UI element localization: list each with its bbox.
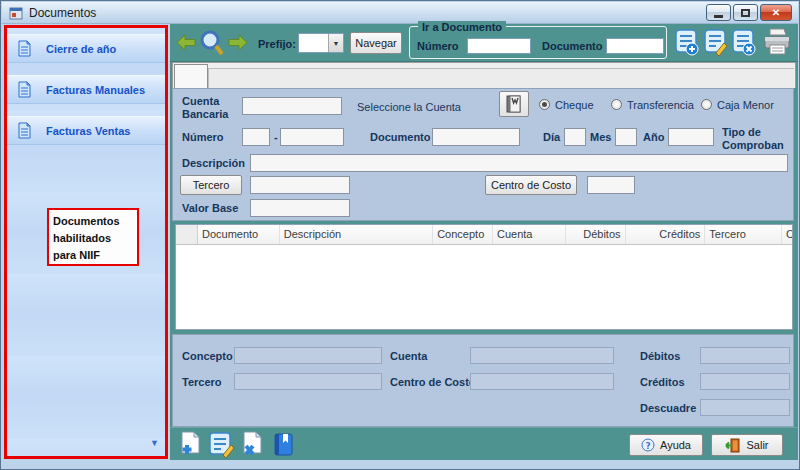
close-button[interactable]: ✕: [760, 4, 792, 21]
totals-creditos-label: Créditos: [640, 376, 685, 388]
sidebar-item-label: Cierre de año: [46, 43, 116, 55]
cheque-radio[interactable]: [539, 99, 550, 110]
dia-label: Día: [543, 131, 560, 143]
transferencia-radio[interactable]: [611, 99, 622, 110]
prefijo-select[interactable]: ▼: [298, 33, 344, 53]
window-title: Documentos: [29, 6, 96, 20]
navigate-forward-icon[interactable]: [228, 34, 248, 51]
totals-descuadre-field: [700, 399, 790, 416]
descripcion-input[interactable]: [250, 154, 788, 172]
caja-menor-radio-label: Caja Menor: [717, 99, 774, 111]
tipo-de-comprobante-label: Tipo de Comproban: [722, 126, 784, 153]
document-form-panel: Cuenta Bancaria Seleccione la Cuenta Che…: [172, 88, 794, 221]
numero-label: Número: [182, 131, 224, 143]
navegar-button[interactable]: Navegar: [350, 32, 402, 54]
add-document-icon[interactable]: [675, 29, 699, 57]
main-area: Prefijo: ▼ Navegar Ir a Documento Número…: [170, 24, 798, 460]
caja-menor-radio[interactable]: [701, 99, 712, 110]
row-selector-header: [176, 225, 198, 244]
edit-record-icon[interactable]: [209, 431, 235, 458]
sidebar: Cierre de año Facturas Manuales Facturas…: [4, 25, 168, 459]
numero-input[interactable]: [280, 128, 344, 146]
tab-strip: [172, 62, 796, 88]
col-tercero: Tercero: [705, 225, 782, 244]
col-creditos: Créditos: [626, 225, 706, 244]
totals-cuenta-field: [470, 347, 614, 364]
seleccione-la-cuenta-text: Seleccione la Cuenta: [357, 101, 461, 113]
titlebar: Documentos ✕: [2, 2, 798, 24]
minimize-button[interactable]: [706, 4, 731, 21]
sidebar-item-label: Facturas Ventas: [46, 125, 130, 137]
prefijo-label: Prefijo:: [258, 38, 296, 50]
new-record-icon[interactable]: [179, 431, 203, 458]
mes-input[interactable]: [615, 128, 637, 146]
ir-a-documento-group: Ir a Documento Número Documento: [409, 26, 667, 59]
window-controls: ✕: [706, 4, 792, 21]
col-cuenta: Cuenta: [493, 225, 566, 244]
chevron-down-icon: ▼: [328, 34, 343, 52]
valor-base-label: Valor Base: [182, 202, 238, 214]
documento-label: Documento: [370, 131, 431, 143]
scroll-down-arrow-icon[interactable]: ▼: [150, 438, 159, 448]
descripcion-label: Descripción: [182, 157, 245, 169]
totals-debitos-label: Débitos: [640, 350, 680, 362]
tercero-input[interactable]: [250, 176, 350, 194]
sidebar-item-facturas-ventas[interactable]: Facturas Ventas: [7, 116, 165, 145]
anio-input[interactable]: [668, 128, 714, 146]
totals-concepto-field: [234, 347, 382, 364]
app-icon: [9, 6, 23, 20]
numero-separator: -: [274, 131, 278, 143]
totals-tercero-label: Tercero: [182, 376, 222, 388]
exit-door-icon: [725, 438, 740, 453]
sidebar-item-cierre-de-ano[interactable]: Cierre de año: [7, 34, 165, 63]
ledger-book-icon[interactable]: [274, 433, 294, 456]
totals-cuenta-label: Cuenta: [390, 350, 427, 362]
goto-documento-input[interactable]: [606, 38, 664, 54]
totals-descuadre-label: Descuadre: [640, 402, 696, 414]
centro-de-costo-input[interactable]: [587, 176, 635, 194]
totals-concepto-label: Concepto: [182, 350, 233, 362]
totals-tercero-field: [234, 373, 382, 390]
goto-numero-label: Número: [417, 40, 459, 52]
cuenta-bancaria-input[interactable]: [242, 97, 342, 115]
delete-record-icon[interactable]: [241, 431, 265, 458]
valor-base-input[interactable]: [250, 199, 350, 217]
delete-document-icon[interactable]: [732, 29, 756, 57]
prefijo-value: [299, 34, 328, 52]
ayuda-button[interactable]: ? Ayuda: [629, 434, 703, 456]
goto-documento-label: Documento: [542, 40, 603, 52]
salir-button[interactable]: Salir: [711, 434, 783, 456]
document-icon: [17, 81, 32, 98]
totals-panel: Concepto Cuenta Débitos Tercero Centro d…: [172, 334, 794, 427]
edit-document-icon[interactable]: [704, 29, 728, 57]
documento-input[interactable]: [432, 128, 520, 146]
svg-text:?: ?: [645, 441, 650, 451]
top-toolbar: Prefijo: ▼ Navegar Ir a Documento Número…: [170, 24, 798, 62]
goto-numero-input[interactable]: [467, 38, 531, 54]
tercero-button[interactable]: Tercero: [180, 175, 242, 195]
documents-table[interactable]: Documento Descripción Concepto Cuenta Dé…: [175, 224, 793, 330]
totals-creditos-field: [700, 373, 790, 390]
col-debitos: Débitos: [566, 225, 626, 244]
niif-annotation-box: Documentos habilitados para NIIF: [47, 208, 139, 266]
dia-input[interactable]: [564, 128, 586, 146]
document-icon: [17, 40, 32, 57]
sidebar-item-facturas-manuales[interactable]: Facturas Manuales: [7, 75, 165, 104]
col-documento: Documento: [198, 225, 280, 244]
tab-blank[interactable]: [174, 64, 208, 88]
totals-debitos-field: [700, 347, 790, 364]
cuenta-bancaria-label: Cuenta Bancaria: [182, 95, 240, 121]
anio-label: Año: [643, 131, 664, 143]
help-icon: ?: [641, 438, 655, 452]
sidebar-item-label: Facturas Manuales: [46, 84, 145, 96]
app-window: Documentos ✕ Cierre de año: [0, 0, 800, 470]
print-icon[interactable]: [762, 28, 792, 56]
mes-label: Mes: [590, 131, 611, 143]
centro-de-costo-button[interactable]: Centro de Costo: [485, 175, 577, 195]
numero-prefix-input[interactable]: [242, 128, 270, 146]
tab-strip-filler: [208, 68, 794, 89]
search-icon[interactable]: [199, 29, 225, 57]
navigate-back-icon[interactable]: [176, 34, 196, 51]
maximize-button[interactable]: [733, 4, 758, 21]
checkbook-button[interactable]: [499, 91, 529, 117]
